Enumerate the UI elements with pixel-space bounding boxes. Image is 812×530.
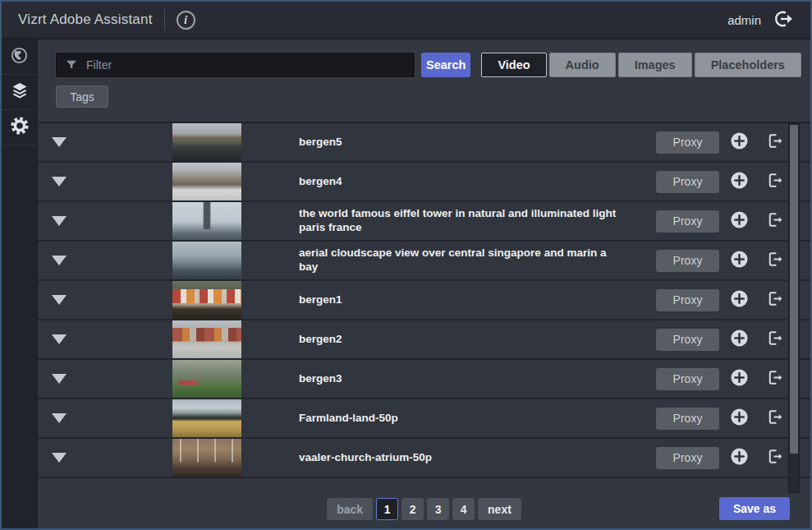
plus-circle-icon [730, 447, 749, 468]
proxy-button[interactable]: Proxy [656, 210, 719, 233]
filter-input[interactable] [56, 53, 415, 77]
tab-audio[interactable]: Audio [549, 53, 616, 77]
media-row[interactable]: bergen4 Proxy [38, 163, 810, 202]
gear-icon [10, 116, 30, 139]
plus-circle-icon [730, 171, 749, 192]
app-window: Vizrt Adobe Assistant i admin [0, 0, 812, 530]
add-button[interactable] [730, 210, 749, 232]
caret-down-icon[interactable] [52, 413, 67, 423]
page-next-button[interactable]: next [478, 498, 521, 520]
video-thumbnail[interactable] [172, 281, 241, 319]
media-row[interactable]: the world famous eiffel tower in natural… [38, 202, 810, 242]
caret-down-icon[interactable] [52, 453, 67, 463]
logout-icon [773, 9, 794, 31]
caret-down-icon[interactable] [52, 334, 67, 344]
video-thumbnail[interactable] [172, 320, 241, 358]
export-icon [765, 250, 785, 271]
export-button[interactable] [765, 408, 785, 429]
media-row[interactable]: bergen2 Proxy [38, 320, 810, 360]
proxy-button[interactable]: Proxy [656, 368, 719, 390]
pagination: back 1 2 3 4 next [327, 498, 521, 520]
video-thumbnail[interactable] [172, 439, 241, 477]
proxy-button[interactable]: Proxy [656, 408, 719, 430]
search-button[interactable]: Search [421, 53, 470, 77]
page-4-button[interactable]: 4 [452, 498, 475, 520]
media-row[interactable]: bergen1 Proxy [38, 281, 810, 320]
export-button[interactable] [765, 368, 785, 389]
media-row[interactable]: aerial cloudscape view over central sing… [38, 242, 810, 281]
video-thumbnail[interactable] [172, 360, 241, 398]
app-title: Vizrt Adobe Assistant [18, 12, 153, 28]
plus-circle-icon [730, 368, 749, 389]
media-row[interactable]: vaaler-church-atrium-50p Proxy [38, 439, 810, 478]
page-back-button[interactable]: back [327, 498, 373, 520]
vertical-scrollbar[interactable] [788, 123, 800, 493]
caret-down-icon[interactable] [52, 374, 67, 384]
add-button[interactable] [730, 329, 749, 350]
export-icon [765, 329, 785, 350]
proxy-button[interactable]: Proxy [656, 131, 719, 154]
caret-down-icon[interactable] [52, 295, 67, 305]
proxy-button[interactable]: Proxy [656, 289, 719, 311]
page-2-button[interactable]: 2 [401, 498, 424, 520]
main-panel: Search Video Audio Images Placeholders T… [38, 39, 810, 528]
sidebar-item-world[interactable] [2, 39, 37, 75]
video-thumbnail[interactable] [172, 123, 241, 161]
media-row[interactable]: Farmland-land-50p Proxy [38, 399, 810, 439]
page-3-button[interactable]: 3 [427, 498, 449, 520]
video-thumbnail[interactable] [172, 242, 241, 279]
logout-button[interactable] [773, 9, 794, 31]
page-1-button[interactable]: 1 [376, 498, 398, 520]
add-button[interactable] [730, 250, 749, 271]
caret-down-icon[interactable] [52, 256, 67, 265]
sidebar-item-layers[interactable] [2, 75, 37, 110]
info-icon[interactable]: i [177, 11, 195, 30]
media-title: bergen4 [299, 175, 656, 189]
caret-down-icon[interactable] [52, 137, 67, 147]
export-button[interactable] [765, 131, 785, 153]
add-button[interactable] [730, 447, 749, 468]
scrollbar-thumb[interactable] [790, 125, 798, 454]
tags-button[interactable]: Tags [56, 85, 108, 108]
media-title: bergen1 [299, 293, 656, 307]
add-button[interactable] [730, 368, 749, 389]
add-button[interactable] [730, 171, 749, 192]
topbar-right: admin [727, 9, 810, 31]
caret-down-icon[interactable] [52, 177, 67, 187]
export-icon [765, 289, 785, 311]
export-button[interactable] [765, 447, 785, 468]
footer-bar: back 1 2 3 4 next Save as [38, 490, 810, 528]
globe-icon [10, 46, 29, 68]
caret-down-icon[interactable] [52, 216, 67, 226]
export-button[interactable] [765, 210, 785, 232]
export-icon [765, 210, 785, 232]
tab-video[interactable]: Video [481, 53, 546, 77]
video-thumbnail[interactable] [172, 202, 241, 240]
top-bar: Vizrt Adobe Assistant i admin [2, 2, 810, 39]
video-thumbnail[interactable] [172, 399, 241, 437]
add-button[interactable] [730, 289, 749, 311]
plus-circle-icon [730, 408, 749, 429]
add-button[interactable] [730, 408, 749, 429]
proxy-button[interactable]: Proxy [656, 329, 719, 351]
layers-icon [10, 81, 30, 104]
video-thumbnail[interactable] [172, 163, 241, 200]
tab-placeholders[interactable]: Placeholders [695, 53, 801, 77]
media-row[interactable]: bergen5 Proxy [38, 123, 810, 163]
export-button[interactable] [765, 329, 785, 350]
add-button[interactable] [730, 131, 749, 153]
media-row[interactable]: bergen3 Proxy [38, 360, 810, 399]
proxy-button[interactable]: Proxy [656, 171, 719, 193]
sidebar-item-settings[interactable] [2, 110, 37, 145]
sidebar [2, 39, 38, 528]
proxy-button[interactable]: Proxy [656, 447, 719, 469]
proxy-button[interactable]: Proxy [656, 250, 719, 272]
export-button[interactable] [765, 250, 785, 271]
media-title: vaaler-church-atrium-50p [299, 451, 656, 465]
plus-circle-icon [730, 250, 749, 271]
export-button[interactable] [765, 289, 785, 311]
export-button[interactable] [765, 171, 785, 192]
tab-images[interactable]: Images [618, 53, 692, 77]
save-as-button[interactable]: Save as [719, 497, 790, 520]
plus-circle-icon [730, 289, 749, 311]
